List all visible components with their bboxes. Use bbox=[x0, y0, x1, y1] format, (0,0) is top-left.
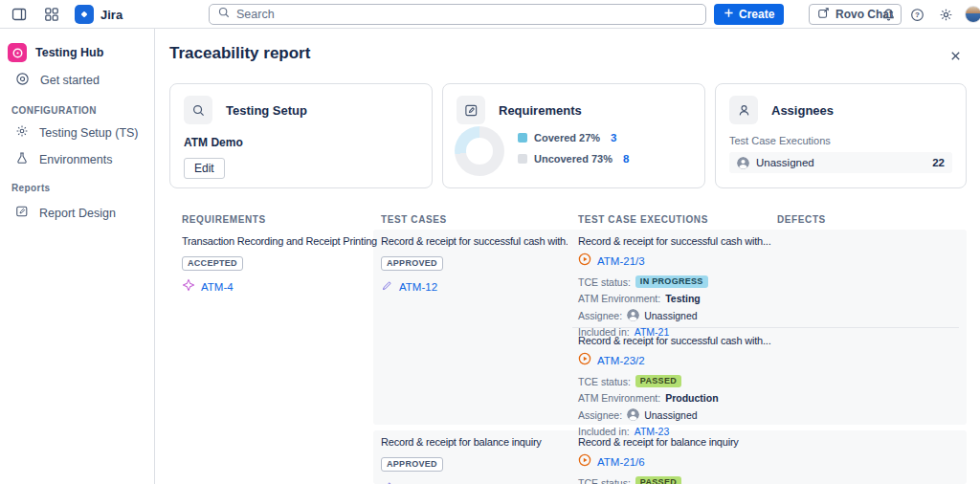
app-switcher-icon[interactable] bbox=[42, 5, 61, 24]
execution-link[interactable]: ATM-21/3 bbox=[597, 255, 645, 267]
sidebar-item-testing-setup[interactable]: Testing Setup (TS) bbox=[15, 124, 139, 141]
pen-square-icon bbox=[457, 96, 485, 124]
uncovered-swatch bbox=[518, 154, 527, 164]
rovo-chat-icon bbox=[817, 7, 830, 22]
top-navigation-bar: Jira Create Rovo Chat ? bbox=[0, 0, 980, 29]
project-name: ATM Demo bbox=[184, 136, 418, 149]
assignee-row-unassigned: Unassigned 22 bbox=[729, 152, 952, 173]
testing-setup-card-title: Testing Setup bbox=[226, 103, 307, 118]
tce-status-badge: PASSED bbox=[635, 375, 681, 387]
requirement-cell: Transaction Recording and Receipt Printi… bbox=[182, 235, 378, 296]
test-case-status-badge: APPROVED bbox=[381, 256, 443, 271]
flask-icon bbox=[15, 151, 29, 167]
coverage-donut-chart bbox=[455, 126, 504, 176]
sidebar-section-reports: Reports bbox=[11, 183, 51, 193]
search-icon bbox=[217, 6, 231, 23]
issue-link[interactable]: ATM-4 bbox=[201, 281, 234, 293]
settings-gear-icon[interactable] bbox=[936, 5, 955, 24]
testing-setup-card: Testing Setup ATM Demo Edit bbox=[169, 83, 433, 188]
play-circle-icon bbox=[578, 253, 591, 270]
uncovered-count-link[interactable]: 8 bbox=[623, 153, 629, 165]
execution-link[interactable]: ATM-23/2 bbox=[597, 355, 645, 366]
execution-link[interactable]: ATM-21/6 bbox=[597, 456, 645, 468]
jira-page: Jira Create Rovo Chat ? bbox=[0, 0, 980, 484]
requirements-card: Requirements Covered 27% 3 Uncovered 73%… bbox=[442, 83, 705, 188]
legend-covered: Covered 27% 3 bbox=[518, 132, 629, 143]
help-icon[interactable]: ? bbox=[907, 5, 926, 24]
svg-text:?: ? bbox=[915, 11, 920, 19]
column-header-defects: DEFECTS bbox=[777, 214, 826, 225]
covered-swatch bbox=[518, 133, 527, 143]
get-started-icon bbox=[15, 72, 30, 89]
unassigned-avatar-icon bbox=[627, 309, 639, 321]
covered-count-link[interactable]: 3 bbox=[611, 132, 616, 143]
sidebar-section-configuration: CONFIGURATION bbox=[11, 105, 97, 116]
user-avatar[interactable] bbox=[965, 6, 980, 23]
sidebar-item-report-design[interactable]: Report Design bbox=[15, 205, 116, 221]
tce-status-badge: PASSED bbox=[635, 476, 681, 484]
sidebar-item-testing-hub[interactable]: Testing Hub bbox=[8, 43, 103, 62]
play-circle-icon bbox=[578, 453, 591, 471]
sidebar: Testing Hub Get started CONFIGURATION Te… bbox=[0, 29, 155, 484]
person-icon bbox=[729, 96, 758, 124]
global-search[interactable] bbox=[209, 4, 706, 25]
play-circle-icon bbox=[578, 352, 591, 369]
sidebar-item-get-started[interactable]: Get started bbox=[15, 72, 100, 89]
test-case-type-icon bbox=[381, 278, 393, 296]
column-header-test-cases: TEST CASES bbox=[381, 214, 447, 225]
assignees-subtitle: Test Case Executions bbox=[729, 135, 952, 146]
assignees-card: Assignees Test Case Executions Unassigne… bbox=[715, 83, 967, 188]
testing-hub-label: Testing Hub bbox=[35, 46, 103, 59]
unassigned-avatar-icon bbox=[737, 157, 749, 169]
unassigned-avatar-icon bbox=[627, 408, 639, 421]
edit-button[interactable]: Edit bbox=[184, 158, 225, 179]
requirements-card-title: Requirements bbox=[499, 103, 582, 118]
test-case-type-icon bbox=[381, 479, 393, 484]
column-header-requirements: REQUIREMENTS bbox=[182, 214, 266, 225]
column-header-test-case-executions: TEST CASE EXECUTIONS bbox=[578, 214, 708, 225]
search-input[interactable] bbox=[236, 8, 698, 21]
test-case-cell: Record & receipt for balance inquiry APP… bbox=[381, 436, 568, 484]
requirement-status-badge: ACCEPTED bbox=[182, 256, 243, 271]
search-icon bbox=[184, 96, 212, 124]
legend-uncovered: Uncovered 73% 8 bbox=[518, 153, 629, 165]
plus-icon bbox=[724, 8, 734, 21]
assignees-card-title: Assignees bbox=[771, 103, 834, 118]
testing-hub-icon bbox=[8, 43, 27, 62]
execution-block: Record & receipt for successful cash wit… bbox=[578, 335, 779, 442]
tce-status-badge: IN PROGRESS bbox=[635, 275, 708, 288]
close-icon[interactable] bbox=[947, 47, 964, 64]
gear-icon bbox=[15, 124, 29, 141]
assignee-count: 22 bbox=[932, 157, 945, 168]
jira-brand[interactable]: Jira bbox=[75, 5, 122, 24]
assignee-name: Unassigned bbox=[756, 157, 814, 168]
collapse-sidebar-icon[interactable] bbox=[10, 5, 29, 24]
sidebar-item-environments[interactable]: Environments bbox=[15, 151, 112, 167]
jira-logo-icon bbox=[75, 5, 94, 24]
issue-link[interactable]: ATM-12 bbox=[399, 281, 437, 293]
pen-square-icon bbox=[15, 205, 29, 221]
test-case-status-badge: APPROVED bbox=[381, 457, 443, 472]
requirement-type-icon bbox=[182, 278, 195, 296]
page-title: Traceability report bbox=[169, 44, 310, 63]
execution-block: Record & receipt for balance inquiry ATM… bbox=[578, 436, 779, 484]
execution-block: Record & receipt for successful cash wit… bbox=[578, 235, 779, 342]
create-button[interactable]: Create bbox=[714, 4, 784, 25]
test-case-cell: Record & receipt for successful cash wit… bbox=[381, 235, 568, 296]
notifications-icon[interactable] bbox=[879, 5, 898, 24]
app-name: Jira bbox=[100, 8, 122, 22]
